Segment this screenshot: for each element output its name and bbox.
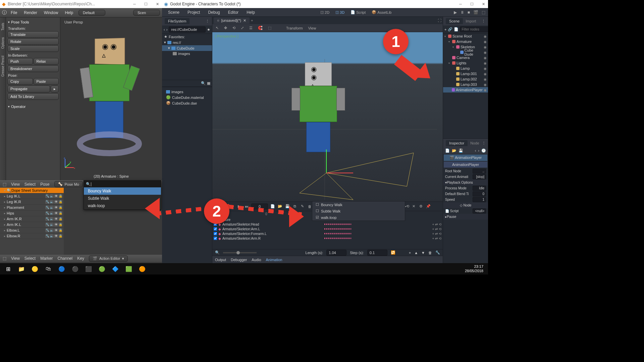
taskbar-store-icon[interactable]: 🛍 — [42, 264, 54, 274]
tab-grease-pencil[interactable]: Grease Pencil — [1, 54, 5, 79]
scene-node-lamp-002[interactable]: Lamp.002◉ — [443, 76, 488, 82]
transform-menu[interactable]: Transform — [285, 25, 304, 31]
scene-node-lights[interactable]: ▾Lights◉ — [443, 60, 488, 66]
menu-project[interactable]: Project — [184, 9, 203, 16]
root-node-value[interactable]: .. — [473, 169, 486, 174]
menu-file[interactable]: File — [8, 10, 20, 16]
df-key[interactable]: Key — [77, 256, 84, 261]
scale-button[interactable]: Scale — [7, 45, 59, 52]
taskbar-chrome-icon[interactable]: 🟡 — [29, 264, 41, 274]
perspective-label[interactable]: [ Perspective ] — [215, 34, 238, 38]
channel-row[interactable]: ▸Hips🔧🔈👁🔒 — [0, 210, 64, 216]
process-mode-value[interactable]: Idle — [473, 186, 486, 191]
resource-save-icon[interactable]: 💾 — [459, 148, 463, 153]
file-material[interactable]: 🟢 CubeDube.material — [164, 95, 210, 100]
copy-button[interactable]: Copy — [7, 78, 33, 85]
dock-menu-icon[interactable]: ⋮ — [482, 19, 485, 23]
df-channel[interactable]: Channel — [58, 256, 73, 261]
rotate-button[interactable]: Rotate — [7, 38, 59, 45]
taskbar-zoom-icon[interactable]: 🔵 — [56, 264, 68, 274]
list-tool-icon[interactable]: ☰ — [248, 25, 254, 31]
add-to-library-button[interactable]: Add To Library — [7, 93, 59, 100]
scene-node-lamp[interactable]: Lamp◉ — [443, 66, 488, 71]
info-icon[interactable]: ⓘ — [2, 10, 7, 16]
taskbar-camtasia-icon[interactable]: 🟩 — [123, 264, 135, 274]
channel-row[interactable]: ▸Elbow.R🔧🔈👁🔒 — [0, 233, 64, 239]
inspector-tab[interactable]: Inspector — [446, 140, 468, 146]
taskbar-clock[interactable]: 23:1728/05/2018 — [465, 264, 486, 273]
3d-viewport[interactable]: User Persp ◉ ◉▵‿ z x y (20) Armature : S… — [60, 17, 162, 180]
pause-button[interactable]: ⏸ — [460, 10, 464, 15]
select-tool-icon[interactable]: ↖ — [214, 25, 220, 31]
view-menu[interactable]: View — [307, 25, 318, 31]
propagate-menu-icon[interactable]: ▸ — [51, 85, 59, 93]
channel-row[interactable]: ▸Elbow.L🔧🔈👁🔒 — [0, 228, 64, 233]
node-section[interactable]: ◇ Node — [460, 203, 472, 207]
vp-menu-view[interactable]: View — [11, 182, 20, 187]
play-custom-button[interactable]: ⬚ — [482, 10, 485, 15]
nav-back-icon[interactable]: ‹ — [164, 27, 165, 32]
speed-value[interactable]: 1 — [473, 197, 486, 202]
scene-node-lamp-001[interactable]: Lamp.001◉ — [443, 71, 488, 76]
history-icon[interactable]: 🕐 — [481, 148, 486, 153]
tab-audio[interactable]: Audio — [252, 258, 261, 262]
scene-node-cube-dude[interactable]: Cube Dude◉ — [443, 50, 488, 55]
filesystem-tab[interactable]: FileSystem — [165, 18, 190, 24]
distraction-free-icon[interactable]: ⛶ — [438, 18, 441, 22]
dope-summary-row[interactable]: ▾🔍Dope Sheet Summary — [0, 188, 64, 193]
node-tab[interactable]: Node — [468, 140, 482, 146]
propagate-button[interactable]: Propagate — [7, 85, 50, 93]
mode-3d[interactable]: ◫ 3D — [333, 9, 347, 15]
3d-viewport[interactable]: [ Perspective ] ◉ ◉ ▵ ‿ — [212, 32, 443, 201]
menu-scene[interactable]: Scene — [165, 9, 183, 16]
anim-new-icon[interactable]: 📄 — [270, 204, 275, 208]
scene-node-scene-root[interactable]: ▾Scene Root◉ — [443, 34, 488, 39]
animation-track[interactable]: ◆ Armature/Skeleton:Forearm.L+ ⇄ ⟲ — [214, 231, 441, 236]
local-icon[interactable]: ⬚ — [267, 25, 273, 31]
rotate-tool-icon[interactable]: ⟲ — [231, 25, 237, 31]
current-anim-value[interactable]: [stop] — [473, 174, 486, 179]
anim-option-bouncy[interactable]: ☐ Bouncy Walk — [312, 201, 405, 208]
channel-row[interactable]: ▸Leg IK.R🔧🔈👁🔒 — [0, 199, 64, 205]
df-view[interactable]: View — [11, 256, 20, 261]
panel-header[interactable]: Pose Tools — [7, 19, 59, 25]
move-up-icon[interactable]: ▲ — [414, 251, 418, 255]
maximize-icon[interactable]: ☐ — [469, 2, 475, 6]
breakdowner-button[interactable]: Breakdowner — [7, 65, 59, 72]
script-icon[interactable]: 📄 — [454, 27, 459, 32]
favorite-icon[interactable]: ★ — [207, 27, 210, 32]
snap-icon[interactable]: 🧲 — [257, 25, 264, 31]
add-track-icon[interactable]: + — [409, 251, 411, 255]
scene-dock-tab[interactable]: Scene — [446, 18, 463, 24]
tab-tools[interactable]: Tools — [1, 21, 5, 33]
vp-menu-pose[interactable]: Pose — [40, 182, 49, 187]
editor-type-icon[interactable]: ⬚ — [3, 256, 6, 261]
import-dock-tab[interactable]: Import — [463, 18, 479, 24]
play-scene-button[interactable]: 🎬 — [473, 10, 478, 15]
file-images[interactable]: images — [164, 89, 210, 95]
taskbar-spotify-icon[interactable]: 🟢 — [96, 264, 108, 274]
taskbar-godot-icon[interactable]: 🔷 — [109, 264, 121, 274]
tools-icon[interactable]: 🔧 — [435, 250, 440, 255]
script-value[interactable]: <null> — [473, 208, 486, 214]
filter-nodes-input[interactable] — [460, 26, 488, 32]
menu-window[interactable]: Window — [41, 10, 61, 16]
pause-section[interactable]: Pause — [447, 215, 456, 219]
taskbar-blender-icon[interactable]: 🟠 — [136, 264, 148, 274]
channel-row[interactable]: ▸Placement🔧🔈👁🔒 — [0, 205, 64, 210]
screen-layout-dropdown[interactable]: Default — [78, 10, 105, 16]
playback-section[interactable]: Playback Options — [447, 181, 473, 184]
tool-icon[interactable]: ⚙ — [418, 204, 424, 208]
menu-help[interactable]: Help — [243, 9, 258, 16]
df-marker[interactable]: Marker — [40, 256, 53, 261]
menu-debug[interactable]: Debug — [205, 9, 223, 16]
length-field[interactable]: 1.04 — [326, 250, 346, 256]
relax-button[interactable]: Relax — [34, 58, 59, 65]
scene-node-animationplayer[interactable]: AnimationPlayer◉ — [443, 87, 488, 93]
loop-icon[interactable]: 🔁 — [391, 250, 395, 255]
channel-row[interactable]: ▸Leg IK.L🔧🔈👁🔒 — [0, 193, 64, 199]
menu-help[interactable]: Help — [62, 10, 76, 16]
scene-dropdown[interactable]: Scen — [133, 10, 160, 16]
pin-icon[interactable]: 📌 — [426, 204, 431, 208]
anim-option-subtle[interactable]: ☐ Subtle Walk — [312, 208, 405, 214]
